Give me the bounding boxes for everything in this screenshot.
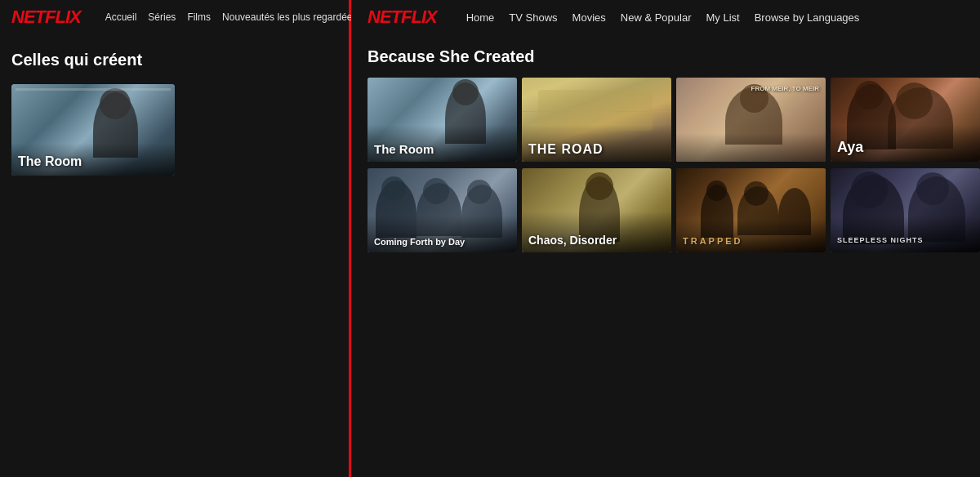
movie-thumb-coming-forth: Coming Forth by Day bbox=[368, 168, 517, 252]
movie-card-from-meir[interactable]: FROM MEIR, TO MEIR bbox=[676, 78, 826, 162]
movie-title-aya: Aya bbox=[837, 139, 863, 157]
movie-title-from-meir: FROM MEIR, TO MEIR bbox=[751, 84, 819, 93]
movie-title-trapped: TRAPPED bbox=[683, 236, 743, 246]
right-nav-links: Home TV Shows Movies New & Popular My Li… bbox=[466, 11, 860, 24]
right-panel: NETFLIX Home TV Shows Movies New & Popul… bbox=[351, 0, 980, 477]
movie-card-sleepless[interactable]: SLEEPLESS NIGHTS bbox=[831, 168, 980, 252]
left-panel: NETFLIX Accueil Séries Films Nouveautés … bbox=[0, 0, 351, 477]
movie-thumb-room-right: The Room bbox=[368, 78, 517, 162]
movie-thumb-road: THE ROAD bbox=[522, 78, 671, 162]
nav-tvshows[interactable]: TV Shows bbox=[509, 11, 557, 24]
movie-card-aya[interactable]: Aya bbox=[831, 78, 980, 162]
movie-title-road: THE ROAD bbox=[528, 141, 604, 157]
movie-title-sleepless: SLEEPLESS NIGHTS bbox=[837, 236, 924, 246]
movie-thumb-chaos: Chaos, Disorder bbox=[522, 168, 671, 252]
movie-title-coming-forth: Coming Forth by Day bbox=[374, 236, 465, 247]
netflix-logo-right[interactable]: NETFLIX bbox=[368, 7, 437, 28]
movies-row-2: Coming Forth by Day Chaos, Disorder bbox=[368, 168, 964, 252]
nav-nouveautes[interactable]: Nouveautés les plus regardées bbox=[222, 11, 357, 23]
movie-thumb-aya: Aya bbox=[831, 78, 980, 162]
movie-thumb-trapped: TRAPPED bbox=[676, 168, 826, 252]
movie-card-road[interactable]: THE ROAD bbox=[522, 78, 671, 162]
movie-title-room-left: The Room bbox=[18, 154, 82, 169]
movie-card-trapped[interactable]: TRAPPED bbox=[676, 168, 826, 252]
movie-card-chaos[interactable]: Chaos, Disorder bbox=[522, 168, 671, 252]
movie-title-chaos: Chaos, Disorder bbox=[528, 234, 617, 247]
right-content: Because She Created The Room bbox=[351, 34, 980, 269]
nav-newpopular[interactable]: New & Popular bbox=[621, 11, 692, 24]
nav-mylist[interactable]: My List bbox=[706, 11, 740, 24]
left-content: Celles qui créent The Room bbox=[0, 34, 349, 187]
right-nav: NETFLIX Home TV Shows Movies New & Popul… bbox=[351, 0, 980, 34]
section-title-right: Because She Created bbox=[368, 47, 964, 66]
movie-thumb-sleepless: SLEEPLESS NIGHTS bbox=[831, 168, 980, 252]
nav-series[interactable]: Séries bbox=[148, 11, 176, 23]
nav-browse-languages[interactable]: Browse by Languages bbox=[755, 11, 860, 24]
nav-movies[interactable]: Movies bbox=[572, 11, 606, 24]
movie-thumb-from-meir: FROM MEIR, TO MEIR bbox=[676, 78, 826, 162]
left-nav: NETFLIX Accueil Séries Films Nouveautés … bbox=[0, 0, 349, 34]
movie-card-room-right[interactable]: The Room bbox=[368, 78, 517, 162]
movie-card-room-left[interactable]: The Room bbox=[11, 84, 175, 176]
nav-accueil[interactable]: Accueil bbox=[105, 11, 137, 23]
left-movies-grid: The Room bbox=[11, 84, 337, 176]
nav-home[interactable]: Home bbox=[466, 11, 495, 24]
section-title-left: Celles qui créent bbox=[11, 51, 337, 69]
movie-card-coming-forth[interactable]: Coming Forth by Day bbox=[368, 168, 517, 252]
movie-thumb-room-left: The Room bbox=[11, 84, 175, 176]
nav-films[interactable]: Films bbox=[187, 11, 211, 23]
movie-title-room-right: The Room bbox=[374, 142, 434, 157]
movies-row-1: The Room THE ROAD bbox=[368, 78, 964, 162]
netflix-logo-left[interactable]: NETFLIX bbox=[11, 7, 81, 28]
